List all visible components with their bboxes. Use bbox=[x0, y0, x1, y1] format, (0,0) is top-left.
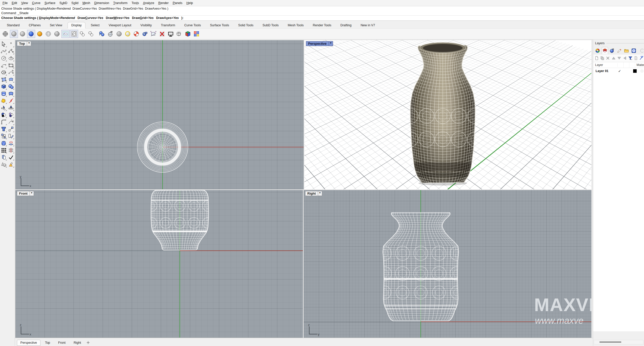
viewport-layout-icon[interactable] bbox=[192, 30, 201, 38]
toolbar-tab-render-tools[interactable]: Render Tools bbox=[309, 22, 335, 28]
circle-center-radius-icon[interactable] bbox=[0, 55, 7, 62]
menu-file[interactable]: File bbox=[1, 1, 10, 5]
check-select-icon[interactable] bbox=[8, 154, 14, 161]
prompt-option-displaymode[interactable]: DisplayMode=Rendered bbox=[39, 16, 75, 20]
curve-interpolate-icon[interactable] bbox=[0, 48, 7, 55]
viewport-front-label[interactable]: Front ▾ bbox=[17, 191, 34, 196]
shade-command-icon[interactable] bbox=[115, 30, 123, 38]
menu-solid[interactable]: Solid bbox=[69, 1, 80, 5]
help-tab-icon[interactable]: ? bbox=[631, 47, 637, 54]
menu-analyze[interactable]: Analyze bbox=[141, 1, 156, 5]
arctic-display-icon[interactable] bbox=[79, 30, 87, 38]
named-view-icon[interactable] bbox=[184, 30, 192, 38]
layer-material-dot[interactable] bbox=[640, 69, 644, 73]
layer-options-icon[interactable] bbox=[634, 56, 638, 61]
toolbar-tab-new-in-v7[interactable]: New in V7 bbox=[357, 22, 379, 28]
viewport-tab-front[interactable]: Front bbox=[55, 340, 69, 346]
menu-help[interactable]: Help bbox=[184, 1, 195, 5]
select-pointer-icon[interactable] bbox=[0, 40, 7, 48]
draw-pyramid-icon[interactable] bbox=[8, 161, 14, 168]
box-icon[interactable] bbox=[0, 83, 7, 90]
solid-tools-icon[interactable] bbox=[0, 140, 7, 147]
chevron-down-icon[interactable]: ▾ bbox=[30, 191, 34, 196]
command-prompt[interactable]: Choose Shade settings ( DisplayMode=Rend… bbox=[0, 15, 644, 20]
prompt-option-drawaxes[interactable]: DrawAxes=Yes bbox=[156, 16, 179, 20]
trim-icon[interactable] bbox=[0, 104, 7, 111]
scale-icon[interactable] bbox=[8, 125, 14, 132]
more-tab-icon[interactable] bbox=[638, 47, 644, 54]
viewport-perspective-title[interactable]: Perspective bbox=[306, 41, 329, 46]
viewport-front-title[interactable]: Front bbox=[17, 191, 30, 196]
text-icon[interactable] bbox=[0, 125, 7, 132]
technical-display-icon[interactable] bbox=[53, 30, 61, 38]
toolbar-tab-select[interactable]: Select bbox=[87, 22, 103, 28]
prompt-option-drawcurves[interactable]: DrawCurves=Yes bbox=[77, 16, 103, 20]
menu-panels[interactable]: Panels bbox=[171, 1, 184, 5]
libraries-tab-icon[interactable] bbox=[624, 47, 630, 54]
chevron-down-icon[interactable]: ▾ bbox=[27, 41, 31, 46]
menu-tools[interactable]: Tools bbox=[129, 1, 141, 5]
blend-curve-icon[interactable] bbox=[8, 118, 14, 125]
viewport-front[interactable]: Front ▾ zx bbox=[15, 190, 303, 338]
toolbar-tab-cplanes[interactable]: CPlanes bbox=[25, 22, 45, 28]
properties-tab-icon[interactable] bbox=[595, 47, 601, 54]
materials-tab-icon[interactable] bbox=[616, 47, 622, 54]
fullscreen-icon[interactable] bbox=[167, 30, 175, 38]
block-icon[interactable] bbox=[0, 132, 7, 140]
filter-icon[interactable] bbox=[628, 56, 633, 61]
surface-patch-icon[interactable] bbox=[8, 90, 14, 97]
viewport-top-label[interactable]: Top ▾ bbox=[17, 41, 31, 46]
toolbar-tab-drafting[interactable]: Drafting bbox=[337, 22, 355, 28]
sphere-pair-icon[interactable] bbox=[8, 83, 14, 90]
artistic-display-icon[interactable] bbox=[61, 30, 70, 38]
rendering-tab-icon[interactable] bbox=[609, 47, 615, 54]
chevron-down-icon[interactable]: ▾ bbox=[329, 41, 333, 46]
arc-icon[interactable] bbox=[0, 62, 7, 69]
isometric-view-icon[interactable] bbox=[175, 30, 183, 38]
explode-flash-icon[interactable] bbox=[8, 97, 14, 104]
toolbar-tab-viewport-layout[interactable]: Viewport Layout bbox=[105, 22, 135, 28]
viewport-right-title[interactable]: Right bbox=[305, 191, 318, 196]
prompt-option-drawwires[interactable]: DrawWires=Yes bbox=[106, 16, 129, 20]
layer-color-swatch[interactable] bbox=[633, 69, 637, 73]
toolbar-tab-display[interactable]: Display bbox=[68, 22, 85, 28]
pen-display-icon[interactable] bbox=[70, 30, 78, 38]
shaded-gray-display-icon[interactable] bbox=[18, 30, 27, 38]
toolbar-tab-mesh-tools[interactable]: Mesh Tools bbox=[284, 22, 307, 28]
analyze-direction-icon[interactable] bbox=[132, 30, 140, 38]
spherical-panorama-icon[interactable] bbox=[106, 30, 115, 38]
viewport-tab-perspective[interactable]: Perspective bbox=[17, 340, 40, 346]
menu-transform[interactable]: Transform bbox=[111, 1, 130, 5]
toolbar-tab-curve-tools[interactable]: Curve Tools bbox=[181, 22, 205, 28]
rendered-display-icon[interactable] bbox=[27, 30, 35, 38]
viewport-perspective-label[interactable]: Perspective ▾ bbox=[306, 41, 333, 46]
menu-render[interactable]: Render bbox=[156, 1, 171, 5]
explode-icon[interactable] bbox=[0, 97, 7, 104]
raytraced-display-icon[interactable] bbox=[87, 30, 95, 38]
page-layout-icon[interactable] bbox=[0, 154, 7, 161]
grid-array-icon[interactable] bbox=[0, 147, 7, 154]
viewport-top[interactable]: Top ▾ yx bbox=[15, 40, 304, 189]
layer-row[interactable]: Layer 01✓ bbox=[593, 68, 644, 74]
distribute-icon[interactable] bbox=[8, 132, 14, 140]
menu-view[interactable]: View bbox=[19, 1, 30, 5]
boolean-difference-icon[interactable] bbox=[8, 111, 14, 118]
viewport-tab-right[interactable]: Right bbox=[70, 340, 84, 346]
cancel-shade-icon[interactable] bbox=[158, 30, 166, 38]
toolbar-tab-standard[interactable]: Standard bbox=[3, 22, 24, 28]
surface-loft-icon[interactable] bbox=[8, 76, 14, 83]
fillet-curve-icon[interactable] bbox=[0, 118, 7, 125]
wireframe-display-icon[interactable] bbox=[1, 30, 9, 38]
layer-name[interactable]: Layer 01 bbox=[593, 69, 615, 73]
rotate-view-icon[interactable] bbox=[98, 30, 106, 38]
menu-subd[interactable]: SubD bbox=[57, 1, 69, 5]
menu-mesh[interactable]: Mesh bbox=[80, 1, 92, 5]
rectangle-icon[interactable] bbox=[8, 62, 14, 69]
delete-layer-icon[interactable] bbox=[606, 56, 610, 61]
new-viewport-tab-button[interactable] bbox=[85, 340, 91, 345]
layers-horizontal-scrollbar[interactable] bbox=[594, 340, 643, 344]
toolbar-tab-solid-tools[interactable]: Solid Tools bbox=[234, 22, 257, 28]
layers-tab-icon[interactable] bbox=[602, 47, 608, 54]
cylinder-surface-icon[interactable] bbox=[0, 90, 7, 97]
camera-icon[interactable] bbox=[141, 30, 149, 38]
